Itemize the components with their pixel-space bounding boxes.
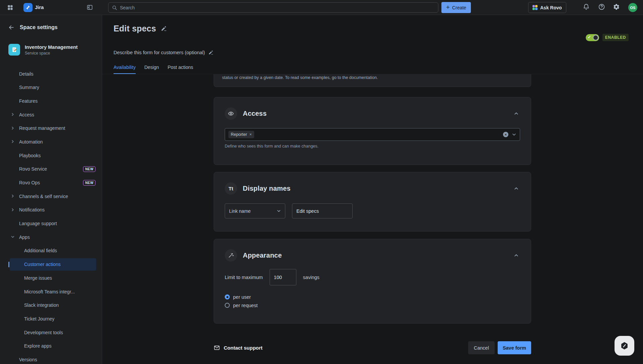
sidebar-item-features[interactable]: Features [10, 95, 96, 107]
sidebar-item-additional-fields[interactable]: Additional fields [10, 245, 96, 257]
clear-select-icon[interactable]: × [503, 132, 508, 137]
sidebar-item-label: Versions [19, 357, 37, 362]
sidebar-item-label: Explore apps [24, 343, 52, 349]
sidebar-item-label: Additional fields [24, 248, 57, 253]
sidebar-item-language-support[interactable]: Language support [10, 217, 96, 230]
radio-unselected-icon [225, 303, 230, 308]
select-chevron-down-icon[interactable] [512, 132, 516, 137]
sidebar-item-request-management[interactable]: Request management [10, 122, 96, 134]
name-type-dropdown[interactable]: Link name [225, 203, 285, 218]
notifications-bell-icon[interactable] [583, 3, 590, 10]
sidebar-item-rovo-ops[interactable]: Rovo OpsNEW [10, 177, 96, 189]
sidebar-item-development-tools[interactable]: Development tools [10, 326, 96, 339]
back-arrow-icon [8, 24, 14, 30]
sidebar-item-versions[interactable]: Versions [10, 353, 96, 364]
search-input[interactable] [120, 5, 435, 10]
save-form-button[interactable]: Save form [498, 341, 531, 354]
sidebar-item-automation[interactable]: Automation [10, 135, 96, 148]
space-settings-sidebar: Space settings Inventory Management Serv… [0, 15, 102, 364]
sidebar-item-label: Development tools [24, 330, 63, 335]
cancel-button[interactable]: Cancel [468, 341, 495, 354]
access-card: Access Reporter × × [214, 97, 531, 165]
ask-rovo-button[interactable]: Ask Rovo [528, 2, 566, 13]
sidebar-item-customer-actions[interactable]: Customer actions [10, 258, 96, 271]
access-chip-reporter[interactable]: Reporter × [228, 131, 254, 138]
form-description-field[interactable]: Describe this form for customers (option… [114, 50, 214, 55]
new-badge: NEW [83, 180, 95, 186]
collapse-display-names-chevron-icon[interactable] [512, 185, 520, 192]
form-footer: Contact support Cancel Save form [214, 341, 531, 354]
limit-suffix-label: savings [303, 275, 319, 280]
sidebar-item-rovo-service[interactable]: Rovo ServiceNEW [10, 163, 96, 175]
app-name: Jira [35, 4, 44, 10]
radio-per-request[interactable]: per request [225, 301, 520, 309]
sidebar-item-label: Channels & self service [19, 194, 68, 199]
sidebar-item-access[interactable]: Access [10, 108, 96, 121]
sidebar-item-label: Access [19, 112, 34, 117]
sidebar-item-label: Apps [19, 235, 30, 240]
text-style-icon: Tt [225, 182, 237, 195]
display-names-title: Display names [243, 185, 291, 192]
sidebar-nav-list: DetailsSummaryFeaturesAccessRequest mana… [0, 68, 102, 364]
form-header: Edit specs Describe this form for custom… [102, 15, 643, 74]
sidebar-item-channels-self-service[interactable]: Channels & self service [10, 190, 96, 202]
sidebar-item-label: Playbooks [19, 153, 41, 158]
sidebar-item-label: Language support [19, 221, 57, 226]
top-bar: Jira + Create Ask Rovo [0, 0, 643, 15]
sidebar-item-apps[interactable]: Apps [10, 231, 96, 243]
dropdown-chevron-icon [277, 209, 281, 213]
tab-availability[interactable]: Availability [114, 65, 136, 74]
search-icon [112, 5, 117, 10]
access-helper-text: Define who sees this form and can make c… [225, 144, 520, 149]
limit-label: Limit to maximum [225, 275, 263, 280]
help-icon[interactable] [598, 3, 605, 10]
appearance-title: Appearance [243, 252, 282, 259]
sidebar-item-summary[interactable]: Summary [10, 81, 96, 94]
app-switcher-icon[interactable] [5, 2, 15, 13]
sidebar-item-label: Rovo Ops [19, 180, 40, 185]
space-type: Service space [25, 51, 78, 56]
tab-design[interactable]: Design [144, 65, 159, 74]
search-bar[interactable] [108, 2, 438, 13]
sidebar-item-label: Details [19, 71, 33, 77]
settings-gear-icon[interactable] [613, 3, 620, 10]
limit-maximum-input[interactable] [270, 269, 296, 285]
main-panel: Edit specs Describe this form for custom… [102, 15, 643, 364]
display-name-input[interactable] [292, 203, 353, 218]
sidebar-item-microsoft-teams-integr[interactable]: Microsoft Teams integr... [10, 285, 96, 298]
toggle-knob [593, 35, 598, 40]
tab-post-actions[interactable]: Post actions [167, 65, 193, 74]
contact-support-link[interactable]: Contact support [214, 345, 263, 351]
sidebar-item-explore-apps[interactable]: Explore apps [10, 340, 96, 352]
collapse-sidebar-icon[interactable] [84, 2, 95, 13]
sidebar-item-ticket-journey[interactable]: Ticket Journey [10, 312, 96, 325]
display-names-card: Tt Display names Link name [214, 172, 531, 232]
radio-per-user[interactable]: per user [225, 293, 520, 301]
enabled-status-badge: ENABLED [602, 34, 629, 41]
sidebar-title: Space settings [20, 24, 58, 30]
access-multiselect[interactable]: Reporter × × [225, 128, 520, 141]
sidebar-item-merge-issues[interactable]: Merge issues [10, 272, 96, 284]
sidebar-item-label: Customer actions [24, 262, 61, 267]
sidebar-item-notifications[interactable]: Notifications [10, 204, 96, 216]
enabled-toggle[interactable]: ✓ [586, 34, 599, 41]
sidebar-item-playbooks[interactable]: Playbooks [10, 149, 96, 162]
conditions-card-partial: status or created by a given date. To re… [214, 74, 531, 87]
appearance-card: Appearance Limit to maximum savings [214, 239, 531, 324]
eye-icon [225, 107, 237, 120]
page-title: Edit specs [114, 24, 156, 33]
jira-logo-icon[interactable] [23, 3, 32, 12]
sidebar-item-details[interactable]: Details [10, 68, 96, 80]
create-button[interactable]: + Create [441, 2, 471, 13]
remove-chip-icon[interactable]: × [249, 132, 252, 137]
space-header[interactable]: Inventory Management Service space [8, 44, 78, 56]
back-to-space-settings[interactable]: Space settings [8, 24, 58, 30]
user-avatar[interactable]: OS [628, 3, 637, 12]
collapse-appearance-chevron-icon[interactable] [512, 252, 520, 259]
collapse-access-chevron-icon[interactable] [512, 110, 520, 117]
edit-title-pencil-icon[interactable] [161, 25, 167, 32]
sidebar-item-slack-integration[interactable]: Slack integration [10, 299, 96, 311]
form-description-placeholder: Describe this form for customers (option… [114, 50, 205, 55]
form-enabled-control: ✓ ENABLED [586, 34, 629, 41]
feedback-widget-button[interactable] [615, 336, 634, 356]
